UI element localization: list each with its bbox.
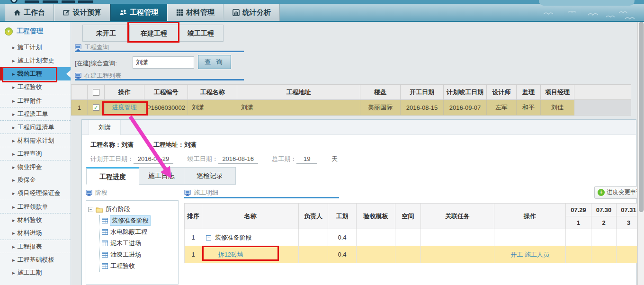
project-address-label: 工程地址： (153, 141, 184, 148)
sidebar-item-base-template[interactable]: ▸工程基础模板 (0, 253, 71, 266)
total-duration-label: 总工期： (272, 155, 296, 162)
progress-change-button[interactable]: + 进度变更申请 (594, 186, 637, 199)
tab-construction-log[interactable]: 施工日志 (139, 167, 184, 185)
start-work-link[interactable]: 开工 (510, 251, 523, 258)
page-scrollbar[interactable] (637, 22, 644, 285)
nav-tab-label: 设计预算 (73, 8, 101, 17)
row-designer: 左军 (487, 100, 517, 116)
header-manager: 项目经理 (541, 85, 574, 100)
sidebar-item-construction-plan[interactable]: ▸施工计划 (0, 41, 71, 54)
sidebar-title: ▼ 工程管理 (0, 22, 71, 41)
tree-root-all-stages[interactable]: − 所有阶段 (88, 204, 176, 215)
row-plan-finish: 2016-09-07 (444, 100, 487, 116)
dheader-name: 名称 (202, 204, 299, 229)
scrollbar-thumb[interactable] (639, 22, 644, 212)
sidebar-item-property-deposit[interactable]: ▸物业押金 (0, 160, 71, 173)
header-estate: 楼盘 (360, 85, 401, 100)
section-underline (75, 51, 244, 52)
sidebar-item-quality-deposit[interactable]: ▸质保金 (0, 173, 71, 187)
drow-task-name-cell: 拆12砖墙 (202, 246, 299, 263)
sidebar-item-acceptance[interactable]: ▸工程验收 (0, 80, 71, 94)
tree-node-painting[interactable]: 油漆工进场 (102, 249, 176, 260)
detail-tabs: 工程进度 施工日志 巡检记录 (87, 167, 236, 185)
dheader-date-1: 07.29 (566, 204, 591, 216)
sidebar-item-manager-deposit[interactable]: ▸项目经理保证金 (0, 187, 71, 200)
sidebar-item-construction-duration[interactable]: ▸施工工期 (0, 266, 71, 279)
dheader-duration: 工期 (328, 204, 357, 229)
monitor-icon (86, 190, 92, 196)
drow-day-cell (617, 246, 637, 263)
row-supervisor: 和平 (517, 100, 541, 116)
query-input-label: [在建]综合查询: (75, 57, 117, 70)
sidebar-item-label: 材料进场 (18, 229, 42, 236)
tree-node-hydropower[interactable]: 水电隐蔽工程 (102, 226, 176, 238)
tree-node-label: 泥木工进场 (110, 239, 141, 248)
drow-duration: 0.4 (328, 246, 357, 263)
caret-icon: ▸ (12, 190, 15, 196)
tab-project-progress[interactable]: 工程进度 (86, 167, 139, 185)
project-detail-panel: 刘潇 工程名称：刘潇 工程地址：刘潇 计划开工日期：2016-07-29 竣工日… (81, 119, 636, 285)
work-section-title: 施工明细 (194, 188, 218, 197)
nav-tab-design-budget[interactable]: 设计预算 (54, 4, 110, 21)
finish-value: 2016-08-16 (218, 155, 258, 164)
collapse-icon[interactable]: − (88, 207, 93, 212)
tree-children: 装修准备阶段 水电隐蔽工程 泥木工进场 油漆工进场 工程验收 (99, 215, 176, 272)
sidebar-item-material-entry[interactable]: ▸材料进场 (0, 226, 71, 240)
tab-in-progress[interactable]: 在建工程 (129, 25, 179, 42)
drow-seq: 1 (185, 246, 202, 263)
tree-node-carpentry[interactable]: 泥木工进场 (102, 238, 176, 249)
drow-day-cell (566, 246, 591, 263)
row-checkbox[interactable]: ✓ (93, 104, 99, 111)
header-designer: 设计师 (487, 85, 517, 100)
header-plan-finish: 计划竣工日期 (444, 85, 487, 100)
progress-management-link[interactable]: 进度管理 (112, 104, 137, 111)
nav-tab-project-management[interactable]: 工程管理 (110, 4, 167, 21)
search-button[interactable]: 查 询 (198, 55, 231, 69)
workers-link[interactable]: 施工人员 (525, 251, 549, 258)
sidebar-item-attachments[interactable]: ▸工程附件 (0, 94, 71, 107)
section-underline (184, 197, 339, 198)
sidebar-item-issue-list[interactable]: ▸工程问题清单 (0, 120, 71, 134)
tab-not-started[interactable]: 未开工 (82, 25, 130, 42)
task-link[interactable]: 拆12砖墙 (218, 251, 243, 258)
module-circle-icon[interactable]: ▼ (5, 27, 13, 36)
sidebar-item-project-query[interactable]: ▸工程查询 (0, 147, 71, 160)
dheader-space: 空间 (395, 204, 421, 229)
sidebar-item-material-acceptance[interactable]: ▸材料验收 (0, 213, 71, 226)
sidebar-item-payment-order[interactable]: ▸工程领款单 (0, 200, 71, 213)
stage-grid-icon (102, 240, 108, 246)
nav-tab-material-management[interactable]: 材料管理 (167, 4, 224, 21)
search-input[interactable] (133, 56, 194, 69)
row-collapse-icon[interactable]: − (206, 235, 211, 240)
sidebar-item-label: 物业押金 (18, 163, 42, 170)
home-icon (14, 9, 21, 16)
tree-node-preparation-stage[interactable]: 装修准备阶段 (102, 215, 176, 226)
caret-icon: ▸ (12, 244, 15, 249)
sidebar-item-my-projects[interactable]: ▸我的工程 (0, 67, 71, 80)
plus-glyph: + (599, 189, 603, 196)
sidebar-item-material-demand[interactable]: ▸材料需求计划 (0, 134, 71, 147)
nav-tab-label: 工程管理 (130, 8, 158, 17)
drow-operation (494, 229, 566, 246)
header-checkbox-cell (88, 85, 105, 100)
sidebar-item-dispatch-order[interactable]: ▸工程派工单 (0, 107, 71, 120)
selected-notch (66, 70, 71, 78)
sidebar-item-label: 质保金 (18, 176, 36, 183)
nav-tab-label: 统计分析 (242, 8, 271, 17)
detail-project-tab[interactable]: 刘潇 (89, 120, 121, 135)
dheader-day-2: 2 (591, 216, 617, 229)
logo-fragment (78, 0, 93, 3)
tab-inspection-record[interactable]: 巡检记录 (184, 167, 236, 185)
sidebar-item-label: 项目经理保证金 (18, 189, 61, 196)
row-filler (574, 100, 631, 116)
dheader-day-3: 3 (617, 216, 637, 229)
nav-tab-workbench[interactable]: 工作台 (5, 4, 54, 21)
nav-tab-statistics[interactable]: 统计分析 (224, 4, 280, 21)
caret-icon: ▸ (12, 58, 15, 63)
tree-node-acceptance[interactable]: 工程验收 (102, 260, 176, 272)
sidebar-item-reports[interactable]: ▸工程报表 (0, 240, 71, 253)
tab-completed[interactable]: 竣工工程 (178, 25, 224, 42)
header-operation: 操作 (105, 85, 144, 100)
select-all-checkbox[interactable] (93, 89, 99, 96)
sidebar-item-plan-change[interactable]: ▸施工计划变更 (0, 54, 71, 67)
